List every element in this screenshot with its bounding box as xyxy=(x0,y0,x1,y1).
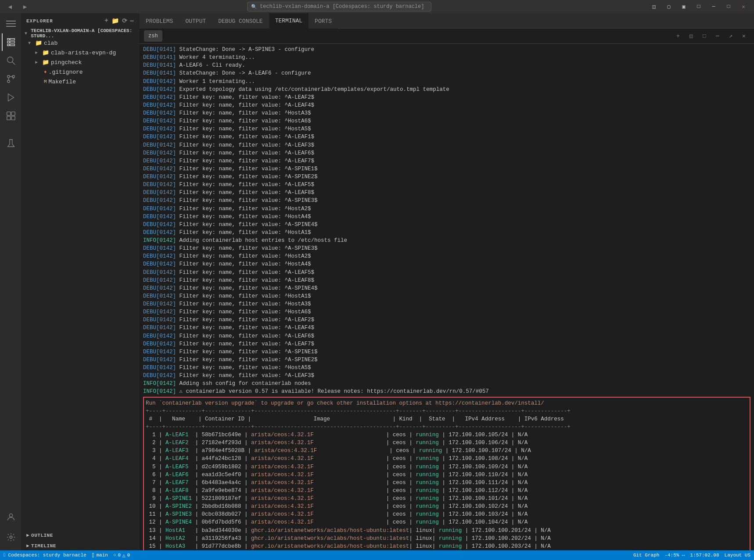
activity-settings-icon[interactable] xyxy=(2,528,19,546)
nav-back-button[interactable]: ◀ xyxy=(4,2,16,11)
tree-pingcheck-folder[interactable]: ► 📁 pingcheck xyxy=(21,57,140,67)
timeline-section: ► TIMELINE xyxy=(21,540,140,550)
log-line: DEBU[0142] Filter key: name, filter valu… xyxy=(143,149,750,157)
tree-gitignore-file[interactable]: ♦ .gitignore xyxy=(21,67,140,77)
activity-extensions-icon[interactable] xyxy=(2,107,19,125)
warnings-label: 0 xyxy=(127,553,130,558)
editor-area: PROBLEMS OUTPUT DEBUG CONSOLE TERMINAL P… xyxy=(140,13,754,550)
terminal-add-button[interactable]: + xyxy=(672,31,684,41)
sidebar-more-button[interactable]: ⋯ xyxy=(130,17,134,25)
outline-arrow: ► xyxy=(26,533,29,538)
indent-status[interactable]: -4:5% ↔ xyxy=(664,553,685,558)
sidebar-title: Explorer xyxy=(26,18,53,24)
codespaces-status[interactable]:  Codespaces: sturdy barnacle xyxy=(4,553,86,558)
window-minimize-button[interactable]: — xyxy=(707,2,720,11)
activity-menu-icon[interactable] xyxy=(2,15,19,32)
activity-explorer-icon[interactable] xyxy=(2,33,19,51)
log-line: DEBU[0142] Filter key: name, filter valu… xyxy=(143,93,750,101)
log-line: DEBU[0142] Filter key: name, filter valu… xyxy=(143,284,750,292)
svg-point-15 xyxy=(10,536,12,538)
tree-root[interactable]: ▼ TECHLIB-VXLAN-DOMAIN-A [CODESPACES: ST… xyxy=(21,29,140,38)
outline-header[interactable]: ► OUTLINE xyxy=(21,529,140,540)
svg-point-6 xyxy=(7,80,10,83)
log-line: DEBU[0142] Filter key: name, filter valu… xyxy=(143,173,750,181)
terminal-panel-toggle[interactable]: □ xyxy=(699,31,710,41)
window-fullscreen-icon[interactable]: □ xyxy=(693,2,705,11)
terminal-more-button[interactable]: ⋯ xyxy=(712,31,723,41)
git-graph-status[interactable]: Git Graph xyxy=(633,553,659,558)
layout-label: Layout US xyxy=(725,553,750,558)
table-row: 1 | A-LEAF1 | 58b671bc649e | arista/ceos… xyxy=(146,431,748,439)
sidebar-refresh-button[interactable]: ⟳ xyxy=(122,17,128,25)
file-tree: ▼ TECHLIB-VXLAN-DOMAIN-A [CODESPACES: ST… xyxy=(21,29,140,86)
terminal-maximize-button[interactable]: ↗ xyxy=(725,31,736,41)
log-line: DEBU[0142] Filter key: name, filter valu… xyxy=(143,260,750,268)
tab-output[interactable]: OUTPUT xyxy=(179,13,212,29)
table-row: 14 | HostA2 | a3119256fa43 | ghcr.io/ari… xyxy=(146,535,748,542)
search-bar[interactable]: 🔍 techlib-vxlan-domain-a [Codespaces: st… xyxy=(247,2,431,11)
git-branch-status[interactable]: ⌷ main xyxy=(92,553,108,558)
table-top-border: +----+-----------+--------------+-------… xyxy=(146,407,748,415)
terminal-toolbar: zsh + ◫ □ ⋯ ↗ ✕ xyxy=(140,29,754,44)
root-arrow: ▼ xyxy=(25,31,29,36)
nav-forward-button[interactable]: ▶ xyxy=(19,2,31,11)
time-label: 1:57:02.08 xyxy=(690,553,719,558)
log-line: DEBU[0142] Filter key: name, filter valu… xyxy=(143,332,750,340)
table-row: 10 | A-SPINE2 | 2bbdbd16b088 | arista/ce… xyxy=(146,503,748,510)
svg-rect-12 xyxy=(11,116,15,120)
sidebar-new-file-button[interactable]: + xyxy=(104,17,108,25)
activity-test-icon[interactable] xyxy=(2,134,19,152)
svg-rect-9 xyxy=(7,112,11,115)
log-line: DEBU[0142] Filter key: name, filter valu… xyxy=(143,244,750,252)
tab-problems[interactable]: PROBLEMS xyxy=(140,13,179,29)
tab-debug-console[interactable]: DEBUG CONSOLE xyxy=(212,13,269,29)
search-icon: 🔍 xyxy=(251,4,257,10)
svg-point-14 xyxy=(9,514,12,517)
ports-tab-label: PORTS xyxy=(315,18,332,25)
sidebar: Explorer + 📁 ⟳ ⋯ ▼ TECHLIB-VXLAN-DOMAIN-… xyxy=(21,13,140,550)
log-lines: DEBU[0141] StateChange: Done -> A-SPINE3… xyxy=(143,46,750,396)
branch-icon: ⌷ xyxy=(92,553,95,558)
table-row: 6 | A-LEAF6 | eaa1d3c5e4f0 | arista/ceos… xyxy=(146,471,748,479)
window-close-button[interactable]: ✕ xyxy=(737,2,750,11)
errors-warnings-status[interactable]: ○ 0 △ 0 xyxy=(113,553,130,558)
terminal-content[interactable]: DEBU[0141] StateChange: Done -> A-SPINE3… xyxy=(140,44,754,550)
log-line: DEBU[0142] Filter key: name, filter valu… xyxy=(143,324,750,332)
activity-debug-icon[interactable] xyxy=(2,89,19,106)
timeline-arrow: ► xyxy=(26,543,29,549)
terminal-table: Run `containerlab version upgrade` to up… xyxy=(143,397,750,551)
debug-console-tab-label: DEBUG CONSOLE xyxy=(218,18,262,25)
sidebar-spacer xyxy=(21,86,140,529)
terminal-zsh-tab[interactable]: zsh xyxy=(144,30,162,42)
terminal-right-controls: + ◫ □ ⋯ ↗ ✕ xyxy=(672,31,750,41)
timeline-header[interactable]: ► TIMELINE xyxy=(21,540,140,550)
window-layout-icon[interactable]: ◫ xyxy=(648,2,660,11)
terminal-close-button[interactable]: ✕ xyxy=(738,31,750,41)
table-row: 11 | A-SPINE3 | 0cbc038db027 | arista/ce… xyxy=(146,510,748,518)
activity-bar xyxy=(0,13,21,550)
layout-status[interactable]: Layout US xyxy=(725,553,750,558)
tab-terminal[interactable]: TERMINAL xyxy=(269,13,309,29)
tree-makefile-file[interactable]: M Makefile xyxy=(21,77,140,86)
window-maximize-button[interactable]: □ xyxy=(722,2,735,11)
sidebar-new-folder-button[interactable]: 📁 xyxy=(111,17,119,25)
pingcheck-arrow: ► xyxy=(35,60,40,65)
activity-bottom xyxy=(2,508,19,550)
log-line: DEBU[0142] Filter key: name, filter valu… xyxy=(143,364,750,372)
window-panel-icon[interactable]: ▣ xyxy=(678,2,690,11)
table-row: 4 | A-LEAF4 | a44fa24bc128 | arista/ceos… xyxy=(146,455,748,463)
svg-rect-1 xyxy=(6,23,16,24)
activity-account-icon[interactable] xyxy=(2,508,19,526)
time-status[interactable]: 1:57:02.08 xyxy=(690,553,719,558)
table-row: 9 | A-SPINE1 | 5221809187ef | arista/ceo… xyxy=(146,495,748,503)
terminal-split-button[interactable]: ◫ xyxy=(686,31,697,41)
activity-search-icon[interactable] xyxy=(2,52,19,69)
tab-ports[interactable]: PORTS xyxy=(309,13,338,29)
activity-git-icon[interactable] xyxy=(2,70,19,88)
log-line: DEBU[0142] Filter key: name, filter valu… xyxy=(143,340,750,348)
tree-clab-arista-folder[interactable]: ► 📁 clab-arista-evpn-dg xyxy=(21,48,140,57)
window-sidebar-icon[interactable]: ▢ xyxy=(663,2,675,11)
svg-rect-11 xyxy=(7,116,11,120)
log-line: DEBU[0142] Filter key: name, filter valu… xyxy=(143,117,750,125)
tree-clab-folder[interactable]: ▼ 📁 clab xyxy=(21,38,140,48)
